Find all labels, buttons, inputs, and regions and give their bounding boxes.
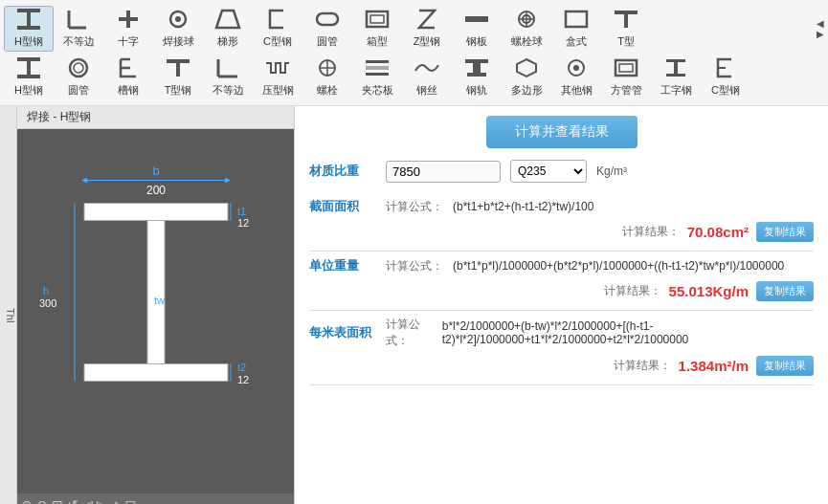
left-btn[interactable]: ◁ — [82, 497, 93, 504]
section-unit-weight: 单位重量 计算公式： (b*t1*p*l)/1000000+(b*t2*p*l)… — [309, 252, 814, 311]
svg-rect-27 — [176, 63, 180, 77]
down-btn[interactable]: ▽ — [125, 497, 136, 504]
svg-rect-38 — [467, 73, 486, 77]
svg-rect-33 — [366, 60, 389, 63]
tool-unequal-r2-label: 不等边 — [213, 83, 244, 98]
tool-c-steel[interactable]: C型钢 — [253, 7, 302, 51]
toolbar-nav-arrows[interactable]: ◀ ▶ — [817, 18, 824, 39]
svg-rect-44 — [666, 59, 685, 62]
cross-area-result-label: 计算结果： — [622, 224, 680, 240]
tool-weld-ball[interactable]: 焊接球 — [153, 7, 203, 51]
svg-rect-0 — [17, 9, 40, 12]
tool-cross[interactable]: 十字 — [103, 7, 153, 51]
tool-h-steel-label: H型钢 — [14, 34, 43, 49]
box-icon — [364, 9, 391, 33]
fit-btn[interactable]: ⊞ — [52, 497, 63, 504]
tool-screw[interactable]: 螺栓 — [302, 55, 352, 99]
surface-area-result-row: 计算结果： 1.384m²/m 复制结果 — [309, 353, 814, 379]
up-btn[interactable]: △ — [111, 497, 122, 504]
tool-groove[interactable]: 槽钢 — [103, 55, 153, 99]
surface-area-title: 每米表面积 — [309, 324, 376, 341]
svg-point-25 — [74, 63, 83, 73]
cross-area-copy-btn[interactable]: 复制结果 — [756, 222, 814, 242]
zoom-in-btn[interactable]: ⊕ — [21, 497, 33, 504]
svg-text:200: 200 — [146, 184, 166, 197]
tool-rail[interactable]: 钢轨 — [452, 55, 502, 99]
tool-round-tube-r2[interactable]: 圆管 — [54, 55, 103, 99]
tool-unequal-r2[interactable]: 不等边 — [203, 55, 253, 99]
calc-btn-row: 计算并查看结果 — [309, 116, 814, 148]
svg-rect-34 — [366, 66, 389, 70]
tool-rail-label: 钢轨 — [466, 83, 487, 98]
other-icon — [563, 57, 590, 81]
tool-steel-plate[interactable]: 钢板 — [452, 7, 502, 51]
material-select[interactable]: Q235 Q345 — [510, 160, 587, 183]
svg-rect-22 — [27, 61, 31, 75]
svg-text:b: b — [152, 164, 159, 178]
drawing-bottom-bar: ⊕ ⊖ ⊞ ↺ ◁ ▷ △ ▽ — [17, 493, 294, 504]
tool-wire-label: 钢丝 — [416, 83, 437, 98]
groove-icon — [115, 57, 142, 81]
nav-prev-icon[interactable]: ◀ — [817, 18, 824, 29]
svg-text:12: 12 — [237, 217, 249, 229]
tool-round-tube-r2-label: 圆管 — [68, 83, 89, 98]
pressed-icon — [264, 57, 291, 81]
tool-other-label: 其他钢 — [561, 83, 593, 98]
unit-weight-title: 单位重量 — [309, 257, 376, 274]
reset-btn[interactable]: ↺ — [67, 497, 78, 504]
tool-box2[interactable]: 盒式 — [551, 7, 601, 51]
tool-h-steel-r2-label: H型钢 — [14, 83, 43, 98]
svg-text:8: 8 — [156, 307, 162, 318]
tool-pressed[interactable]: 压型钢 — [253, 55, 302, 99]
nav-next-icon[interactable]: ▶ — [817, 29, 824, 39]
surface-area-result-label: 计算结果： — [614, 358, 671, 374]
unit-weight-result-value: 55.013Kg/m — [669, 283, 749, 299]
svg-rect-51 — [84, 204, 228, 221]
svg-rect-20 — [624, 14, 628, 28]
tool-polygon[interactable]: 多边形 — [502, 55, 551, 99]
svg-marker-39 — [517, 59, 536, 77]
rail-icon — [463, 57, 490, 81]
calc-button[interactable]: 计算并查看结果 — [486, 116, 638, 148]
left-tab-label: ThI — [5, 308, 16, 323]
svg-rect-12 — [370, 15, 384, 23]
toolbar-row-2: H型钢 圆管 槽钢 — [0, 54, 828, 101]
tool-round-tube[interactable]: 圆管 — [302, 7, 352, 51]
zoom-out-btn[interactable]: ⊖ — [36, 497, 48, 504]
screw-icon — [314, 57, 341, 81]
unit-weight-copy-btn[interactable]: 复制结果 — [756, 281, 814, 301]
t-steel-r2-icon — [165, 57, 191, 81]
svg-text:h: h — [43, 285, 49, 296]
section-surface-area: 每米表面积 计算公式： b*l*2/1000000+(b-tw)*l*2/100… — [309, 311, 814, 385]
tool-t-steel-r2[interactable]: T型钢 — [153, 55, 203, 99]
svg-rect-26 — [167, 59, 190, 63]
square-tube-icon — [613, 57, 639, 81]
tool-bolt[interactable]: 螺栓球 — [502, 7, 551, 51]
tool-z-steel[interactable]: Z型钢 — [402, 7, 452, 51]
tool-h-steel-r2[interactable]: H型钢 — [4, 55, 54, 99]
unit-weight-formula: (b*t1*p*l)/1000000+(b*t2*p*l)/1000000+((… — [453, 259, 784, 273]
surface-area-copy-btn[interactable]: 复制结果 — [756, 356, 814, 376]
tool-h-steel[interactable]: H型钢 — [4, 6, 54, 52]
svg-rect-46 — [666, 74, 685, 77]
tool-square-tube[interactable]: 方管管 — [601, 55, 651, 99]
h-steel-icon — [15, 9, 42, 33]
tool-trapezoid[interactable]: 梯形 — [203, 7, 253, 51]
tool-c-steel-r2[interactable]: C型钢 — [701, 55, 750, 99]
tool-wire[interactable]: 钢丝 — [402, 55, 452, 99]
surface-area-formula: b*l*2/1000000+(b-tw)*l*2/1000000+[(h-t1-… — [442, 319, 814, 346]
svg-text:300: 300 — [39, 297, 56, 309]
tool-sandwich[interactable]: 夹芯板 — [352, 55, 402, 99]
tool-i-steel[interactable]: 工字钢 — [651, 55, 701, 99]
tool-t-steel[interactable]: T型 — [601, 7, 651, 51]
tool-i-steel-label: 工字钢 — [660, 83, 692, 98]
right-btn[interactable]: ▷ — [97, 497, 107, 504]
tool-unequal[interactable]: 不等边 — [54, 7, 103, 51]
svg-rect-18 — [566, 11, 587, 27]
material-input[interactable] — [386, 161, 501, 183]
surface-area-formula-label: 计算公式： — [386, 317, 433, 349]
tool-screw-label: 螺栓 — [317, 83, 338, 98]
tool-other[interactable]: 其他钢 — [551, 55, 601, 99]
unit-weight-formula-label: 计算公式： — [386, 258, 443, 274]
tool-box[interactable]: 箱型 — [352, 7, 402, 51]
